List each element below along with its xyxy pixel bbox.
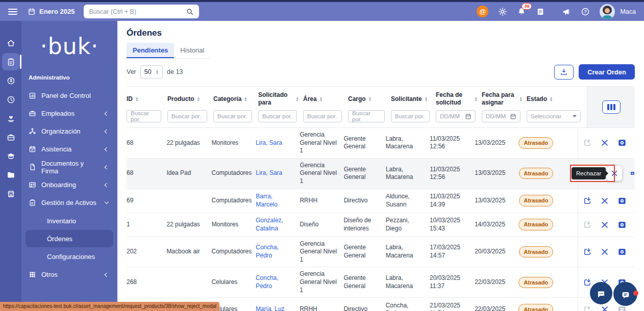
user-avatar[interactable] bbox=[600, 4, 615, 19]
solicitado-para-link[interactable]: Lira, Sara bbox=[256, 139, 282, 146]
rail-item-folder-icon[interactable] bbox=[2, 166, 19, 184]
assign-order-button[interactable] bbox=[583, 278, 592, 287]
download-button[interactable] bbox=[554, 65, 574, 80]
column-header-area[interactable]: Área▲▼ bbox=[303, 91, 348, 107]
solicitado-para-link[interactable]: Lira, Sara bbox=[256, 169, 282, 176]
assign-order-button[interactable] bbox=[583, 196, 592, 205]
cell-estado: Atrasado bbox=[519, 165, 578, 182]
sidebar-item-documentos-y-firma[interactable]: Documentos y Firma bbox=[21, 158, 117, 176]
reject-order-button[interactable] bbox=[607, 166, 622, 181]
column-header-categoria[interactable]: Categoría▲▼ bbox=[213, 91, 258, 107]
view-order-button[interactable] bbox=[617, 247, 627, 256]
feedback-chat-button[interactable] bbox=[590, 282, 612, 304]
filter-text-input[interactable]: Buscar por. bbox=[391, 110, 430, 122]
rail-item-store-icon[interactable] bbox=[2, 185, 19, 202]
view-order-button[interactable] bbox=[630, 169, 635, 178]
solicitado-para-link[interactable]: María, Luz bbox=[256, 305, 285, 311]
view-order-button[interactable] bbox=[617, 220, 627, 229]
sidebar-item-otros[interactable]: Otros bbox=[21, 266, 117, 283]
assign-order-button[interactable] bbox=[583, 247, 592, 256]
cell-fecha-asignar: 22/03/2025 bbox=[475, 302, 518, 311]
tab-pendientes[interactable]: Pendientes bbox=[127, 43, 174, 58]
column-header-solicitado-para[interactable]: Solicitado para▲▼ bbox=[258, 91, 303, 107]
sort-icon[interactable]: ▲▼ bbox=[319, 96, 323, 101]
clipboard-icon bbox=[29, 199, 36, 206]
sidebar-item-panel-de-control[interactable]: Panel de Control bbox=[21, 87, 117, 105]
support-chat-button[interactable] bbox=[613, 282, 637, 306]
sort-icon[interactable]: ▲▼ bbox=[475, 96, 478, 101]
reject-order-button[interactable] bbox=[600, 196, 609, 205]
filter-text-input[interactable]: Buscar por. bbox=[127, 110, 161, 122]
icon-rail: $ bbox=[0, 21, 21, 311]
filter-status-select[interactable]: Seleccionar bbox=[527, 110, 581, 122]
sidebar-item-gestion-de-activos[interactable]: Gestión de Activos bbox=[21, 194, 117, 212]
megaphone-icon[interactable] bbox=[562, 7, 571, 16]
sort-icon[interactable]: ▲▼ bbox=[296, 96, 299, 101]
cell-fecha-asignar: 13/03/2025 bbox=[475, 194, 518, 208]
filter-text-input[interactable]: Buscar por. bbox=[258, 110, 297, 122]
sidebar-subitem-inventario[interactable]: Inventario bbox=[26, 212, 113, 229]
sidebar-subitem-ordenes[interactable]: Órdenes bbox=[26, 230, 113, 247]
sort-icon[interactable]: ▲▼ bbox=[550, 96, 553, 101]
view-order-button[interactable] bbox=[617, 196, 627, 205]
rail-item-clipboard-icon[interactable] bbox=[2, 53, 19, 70]
filter-text-input[interactable]: Buscar por. bbox=[303, 110, 342, 122]
sort-icon[interactable]: ▲▼ bbox=[519, 96, 523, 101]
sort-icon[interactable]: ▲▼ bbox=[197, 96, 200, 101]
buk-apps-icon[interactable]: @ bbox=[477, 6, 488, 17]
reject-order-button[interactable] bbox=[600, 247, 609, 256]
global-search-input[interactable]: Buscar (Ctrl + B) bbox=[84, 5, 199, 18]
sidebar-subitem-configuraciones[interactable]: Configuraciones bbox=[26, 248, 113, 265]
filter-text-input[interactable]: Buscar por. bbox=[348, 110, 385, 122]
reject-order-button[interactable] bbox=[600, 138, 609, 147]
rail-item-hand-heart-icon[interactable] bbox=[2, 110, 19, 127]
sidebar-item-asistencia[interactable]: Asistencia bbox=[21, 140, 117, 158]
sort-icon[interactable]: ▲▼ bbox=[368, 96, 371, 101]
rail-item-dollar-icon[interactable]: $ bbox=[2, 72, 19, 89]
gear-icon[interactable] bbox=[498, 7, 507, 16]
reject-order-button[interactable] bbox=[600, 220, 609, 229]
rail-item-clock-icon[interactable] bbox=[2, 91, 19, 108]
filter-text-input[interactable]: Buscar por. bbox=[167, 110, 207, 122]
rail-item-home-icon[interactable] bbox=[2, 34, 19, 51]
hamburger-menu-icon[interactable] bbox=[8, 9, 17, 15]
notifications-button[interactable]: 36 bbox=[517, 7, 526, 16]
column-header-solicitante[interactable]: Solicitante▲▼ bbox=[391, 91, 436, 107]
solicitado-para-link[interactable]: Barra, Marcelo bbox=[256, 193, 278, 208]
create-order-button[interactable]: Crear Orden bbox=[579, 64, 635, 80]
sidebar-item-label: Empleados bbox=[41, 110, 100, 117]
column-header-fecha-de-solicitud[interactable]: Fecha de solicitud▲▼ bbox=[436, 91, 482, 107]
reject-order-button[interactable] bbox=[600, 305, 609, 311]
tab-historial[interactable]: Historial bbox=[174, 43, 210, 58]
page-size-select[interactable]: 50 ▲▼ bbox=[140, 65, 163, 79]
assign-order-button bbox=[583, 220, 592, 229]
filter-text-input[interactable]: Buscar por. bbox=[213, 110, 252, 122]
sort-icon[interactable]: ▲▼ bbox=[135, 96, 138, 101]
rail-item-briefcase-icon[interactable] bbox=[2, 128, 19, 146]
sort-icon[interactable]: ▲▼ bbox=[425, 96, 428, 101]
sidebar-item-onboarding[interactable]: Onboarding bbox=[21, 176, 117, 194]
tabs-bar: PendientesHistorial bbox=[127, 43, 210, 59]
news-icon[interactable] bbox=[536, 7, 545, 16]
sort-icon[interactable]: ▲▼ bbox=[244, 96, 247, 101]
rail-item-graduation-icon[interactable] bbox=[2, 147, 19, 165]
help-icon[interactable]: ? bbox=[581, 7, 590, 16]
solicitado-para-link[interactable]: Concha, Pedro bbox=[256, 244, 279, 259]
view-order-button[interactable] bbox=[617, 138, 627, 147]
download-icon bbox=[560, 68, 568, 76]
solicitado-para-link[interactable]: Concha, Pedro bbox=[256, 274, 279, 290]
filter-date-input[interactable]: DD/MM bbox=[436, 110, 476, 122]
column-header-producto[interactable]: Producto▲▼ bbox=[167, 91, 213, 107]
solicitado-para-link[interactable]: Gonzalez, Catalina bbox=[256, 217, 283, 232]
sidebar-item-organizacion[interactable]: Organización bbox=[21, 122, 117, 140]
column-header-cargo[interactable]: Cargo▲▼ bbox=[348, 91, 391, 107]
period-selector[interactable]: Enero 2025 bbox=[28, 8, 75, 16]
sidebar-item-empleados[interactable]: Empleados bbox=[21, 105, 117, 122]
column-header-fecha-para-asignar[interactable]: Fecha para asignar▲▼ bbox=[482, 91, 527, 107]
columns-config-button[interactable] bbox=[602, 100, 621, 114]
filter-date-input[interactable]: DD/MM bbox=[482, 110, 521, 122]
panel-icon bbox=[29, 92, 36, 99]
column-header-id[interactable]: ID▲▼ bbox=[127, 91, 167, 107]
doc-icon bbox=[29, 163, 36, 171]
column-header-estado[interactable]: Estado▲▼ bbox=[527, 91, 587, 107]
